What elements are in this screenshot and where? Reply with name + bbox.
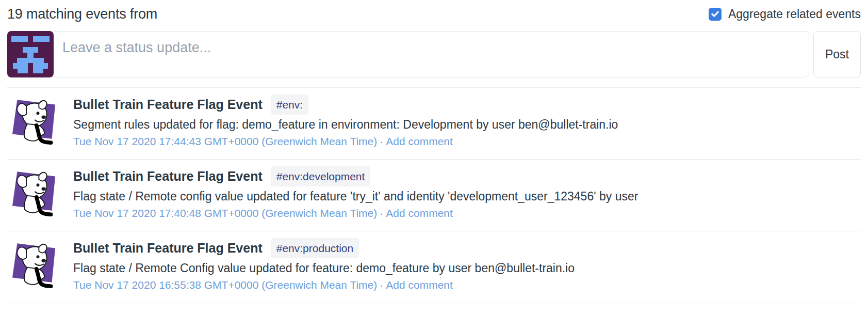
datadog-bits-dog-logo xyxy=(7,165,61,216)
status-update-composer: Post xyxy=(7,31,861,77)
datadog-bits-dog-logo xyxy=(7,93,61,145)
events-panel: 19 matching events from Aggregate relate… xyxy=(0,0,868,303)
status-update-input[interactable] xyxy=(52,31,809,77)
event-title: Bullet Train Feature Flag Event xyxy=(73,240,263,257)
event-timestamp[interactable]: Tue Nov 17 2020 16:55:38 GMT+0000 (Green… xyxy=(73,279,377,291)
check-icon xyxy=(711,10,719,19)
event-row: Bullet Train Feature Flag Event #env:pro… xyxy=(7,231,861,303)
event-meta: Tue Nov 17 2020 17:40:48 GMT+0000 (Green… xyxy=(73,206,861,220)
event-content: Bullet Train Feature Flag Event #env:dev… xyxy=(73,165,861,220)
event-meta: Tue Nov 17 2020 17:44:43 GMT+0000 (Green… xyxy=(73,134,861,148)
event-title: Bullet Train Feature Flag Event xyxy=(73,96,263,113)
event-timestamp[interactable]: Tue Nov 17 2020 17:44:43 GMT+0000 (Green… xyxy=(73,135,377,147)
event-tag-badge[interactable]: #env: xyxy=(271,95,308,115)
aggregate-checkbox[interactable] xyxy=(709,8,722,21)
event-tag-badge[interactable]: #env:development xyxy=(271,166,371,186)
event-message: Flag state / Remote Config value updated… xyxy=(73,261,861,276)
add-comment-link[interactable]: Add comment xyxy=(386,279,453,291)
event-list: Bullet Train Feature Flag Event #env: Se… xyxy=(7,87,861,303)
event-tag-badge[interactable]: #env:production xyxy=(271,238,359,258)
event-message: Segment rules updated for flag: demo_fea… xyxy=(73,117,861,132)
event-row: Bullet Train Feature Flag Event #env:dev… xyxy=(7,159,861,231)
datadog-bits-dog-logo xyxy=(7,237,61,288)
event-content: Bullet Train Feature Flag Event #env:pro… xyxy=(73,237,861,292)
meta-separator: · xyxy=(377,207,386,219)
event-meta: Tue Nov 17 2020 16:55:38 GMT+0000 (Green… xyxy=(73,278,861,292)
add-comment-link[interactable]: Add comment xyxy=(386,135,453,147)
event-message: Flag state / Remote config value updated… xyxy=(73,189,861,204)
event-title: Bullet Train Feature Flag Event xyxy=(73,168,263,185)
post-button[interactable]: Post xyxy=(813,31,861,77)
meta-separator: · xyxy=(377,135,386,147)
header-row: 19 matching events from Aggregate relate… xyxy=(7,3,861,25)
add-comment-link[interactable]: Add comment xyxy=(386,207,453,219)
event-timestamp[interactable]: Tue Nov 17 2020 17:40:48 GMT+0000 (Green… xyxy=(73,207,377,219)
meta-separator: · xyxy=(377,279,386,291)
user-identicon-avatar xyxy=(7,31,54,77)
aggregate-checkbox-label: Aggregate related events xyxy=(728,7,861,21)
page-title: 19 matching events from xyxy=(7,6,157,22)
event-row: Bullet Train Feature Flag Event #env: Se… xyxy=(7,87,861,159)
event-content: Bullet Train Feature Flag Event #env: Se… xyxy=(73,93,861,148)
aggregate-checkbox-group[interactable]: Aggregate related events xyxy=(709,7,861,21)
